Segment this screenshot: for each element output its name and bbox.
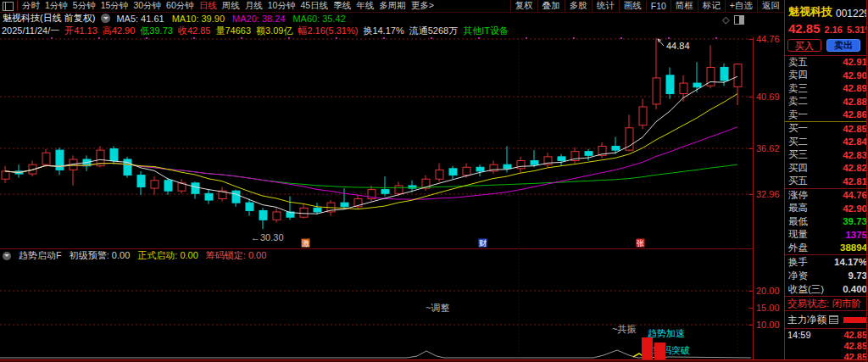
bid-row[interactable]: 买一42.85 [785,122,868,136]
stat-row: 最低39.73 [785,215,868,229]
toolbar-action[interactable]: 画线 [619,0,646,12]
axis-label: 36.62 [756,143,780,153]
last-price: 42.85 [788,21,821,36]
ohlc-stat: 低39.73 [140,25,173,37]
tick-time: 14:59 [787,330,811,340]
toolbar-divider [17,1,18,11]
bid-row[interactable]: 买三42.83 [785,148,868,162]
ask-row[interactable]: 卖一42.86 [785,109,868,122]
period-tab[interactable]: 分时 [22,0,40,12]
stat-label: 净资 [788,270,808,282]
ohlc-stat: 2025/11/24/一 [2,25,59,37]
axis-tick [748,325,754,326]
period-tab[interactable]: 1分钟 [45,0,68,12]
sell-button[interactable]: 卖出 [826,39,860,52]
axis-label: 44.76 [756,34,780,44]
window-pane-icon[interactable] [3,2,14,11]
stat-row: 收益(三)0.400 [785,282,868,296]
period-tab[interactable]: 多周期 [379,0,406,12]
trade-buttons: 买入 卖出 [785,36,868,54]
period-tab[interactable]: 30分钟 [133,0,161,12]
period-tab[interactable]: 更多> [411,0,434,12]
book-level-price: 42.82 [843,163,867,173]
list-icon[interactable] [829,315,838,324]
axis-label: 32.96 [756,189,780,199]
ask-row[interactable]: 卖二42.88 [785,95,868,109]
period-tab[interactable]: 15分钟 [101,0,129,12]
split-pane-icon[interactable] [734,15,744,25]
period-tab[interactable]: 周线 [222,0,240,12]
period-tabs: 分时1分钟5分钟15分钟30分钟60分钟日线周线月线10分钟45日线季线年线多周… [22,0,434,12]
toolbar-action[interactable]: +自选 [725,0,757,12]
axis-tick [748,39,754,40]
chevron-down-circle-icon[interactable] [3,252,11,260]
axis-label: 10.00 [756,320,780,330]
ask-row[interactable]: 卖三42.89 [785,82,868,96]
tick-price: 42.85 [843,341,867,351]
indicator-panel[interactable]: ~调整~共振趋势加速筹码突破 [0,248,753,359]
book-level-label: 买三 [788,148,808,161]
toolbar-action[interactable]: 统计 [592,0,619,12]
period-tab[interactable]: 季线 [333,0,351,12]
indicator-header: 趋势启动F 初级预警: 0.00正式启动: 0.00筹码锁定: 0.00 [3,250,266,261]
toolbar-action[interactable]: F10 [646,1,670,11]
symbol-ma-row: 魅视科技(日线 前复权) MA5: 41.61MA10: 39.90MA20: … [0,12,787,25]
stock-name: 魅视科技 [788,4,832,19]
chart-corner-tools: ◇ [722,14,744,25]
bid-row[interactable]: 买四42.82 [785,162,868,175]
indicator-fields: 初级预警: 0.00正式启动: 0.00筹码锁定: 0.00 [70,249,267,262]
book-level-price: 42.85 [843,124,867,134]
book-level-price: 42.86 [843,109,867,120]
bid-row[interactable]: 买五42.81 [785,175,868,188]
ohlc-stat: 流通5268万 [409,25,458,37]
stat-label: 涨停 [788,189,808,202]
ask-row[interactable]: 卖五42.91 [785,56,868,70]
period-tab[interactable]: 月线 [245,0,263,12]
period-tab[interactable]: 45日线 [300,0,328,12]
bid-book: 买一42.85买二42.84买三42.83买四42.82买五42.81 [785,122,868,188]
stat-value: 44.76 [843,190,867,200]
bid-row[interactable]: 买二42.84 [785,136,868,149]
indicator-field: 筹码锁定: 0.00 [206,249,267,262]
svg-text:张: 张 [637,239,644,248]
period-tab[interactable]: 年线 [356,0,374,12]
main-flow-row: 主力净额 [785,311,868,328]
ohlc-stat: 换14.17% [363,25,403,37]
book-level-price: 42.89 [843,83,867,93]
indicator-field: 正式启动: 0.00 [137,249,198,262]
stat-row: 外盘38894 [785,242,868,255]
period-tab[interactable]: 10分钟 [268,0,296,12]
axis-tick [748,308,754,309]
book-level-label: 买五 [788,175,808,187]
diamond-icon[interactable]: ◇ [722,14,729,25]
stat-value: 39.73 [843,216,867,226]
chevron-down-circle-icon[interactable] [101,14,110,23]
ohlc-stat: 量74663 [215,25,251,37]
period-toolbar: 分时1分钟5分钟15分钟30分钟60分钟日线周线月线10分钟45日线季线年线多周… [0,0,784,13]
toolbar-action[interactable]: 标记 [698,0,725,12]
toolbar-action[interactable]: 返回 [757,0,784,12]
candlestick-chart[interactable]: 44.84←30.30激财张 [0,37,753,248]
axis-tick [748,148,754,149]
stat-label: 最低 [788,215,808,228]
buy-button[interactable]: 买入 [787,39,821,52]
svg-text:~共振: ~共振 [612,324,636,334]
book-level-label: 买二 [788,136,808,148]
indicator-field: 初级预警: 0.00 [70,249,131,262]
stat-label: 收益(三) [788,283,824,296]
ask-row[interactable]: 卖四42.90 [785,69,868,82]
trading-app-window: 分时1分钟5分钟15分钟30分钟60分钟日线周线月线10分钟45日线季线年线多周… [0,0,868,362]
toolbar-action[interactable]: 多股 [565,0,592,12]
toolbar-action[interactable]: 简框 [670,0,698,12]
toolbar-action[interactable]: 叠加 [537,0,565,12]
toolbar-action[interactable]: 复权 [510,0,537,12]
period-tab[interactable]: 60分钟 [166,0,194,12]
stat-row: 换手14.17% [785,255,868,269]
stat-value: 0.400 [843,284,867,294]
period-tab[interactable]: 5分钟 [73,0,96,12]
stat-value: 38894 [840,242,867,253]
ohlc-stat: 其他IT设备 [463,25,509,37]
chart-title: 魅视科技(日线 前复权) [3,12,95,25]
stat-value: 9.73 [849,270,867,281]
period-tab[interactable]: 日线 [199,0,217,12]
